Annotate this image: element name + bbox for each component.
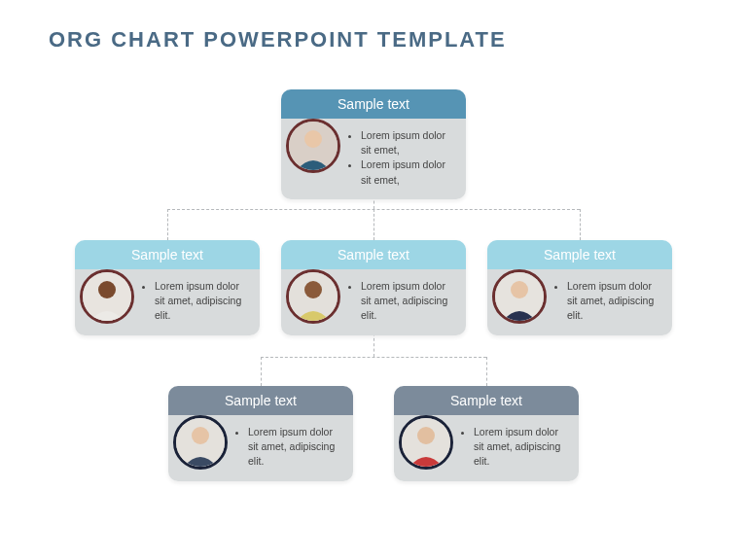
avatar [286, 119, 340, 173]
card-bullet: Lorem ipsum dolor sit emet, [361, 128, 456, 158]
svg-point-9 [192, 427, 209, 444]
card-header: Sample text [281, 89, 466, 119]
card-text: Lorem ipsum dolor sit amet, adipiscing e… [361, 279, 456, 324]
card-text: Lorem ipsum dolor sit amet, adipiscing e… [248, 425, 343, 470]
card-bullet: Lorem ipsum dolor sit emet, [361, 158, 456, 187]
connector [374, 209, 374, 240]
avatar [173, 415, 228, 470]
card-header: Sample text [281, 240, 466, 269]
card-text: Lorem ipsum dolor sit amet, adipiscing e… [474, 425, 569, 470]
card-body: Lorem ipsum dolor sit emet, Lorem ipsum … [281, 119, 466, 199]
card-text: Lorem ipsum dolor sit amet, adipiscing e… [155, 279, 250, 324]
card-header: Sample text [487, 240, 672, 269]
svg-point-1 [304, 130, 322, 148]
connector [261, 357, 262, 386]
avatar [492, 269, 547, 324]
card-header: Sample text [394, 386, 579, 415]
svg-point-3 [98, 281, 116, 298]
card-body: Lorem ipsum dolor sit amet, adipiscing e… [487, 269, 672, 335]
org-card-row3-1: Sample text Lorem ipsum dolor sit amet, … [168, 386, 353, 481]
card-header: Sample text [168, 386, 353, 415]
svg-point-11 [417, 427, 435, 444]
connector [167, 209, 168, 240]
card-body: Lorem ipsum dolor sit amet, adipiscing e… [168, 415, 353, 481]
org-card-top: Sample text Lorem ipsum dolor sit emet, … [281, 89, 466, 199]
org-card-row3-2: Sample text Lorem ipsum dolor sit amet, … [394, 386, 579, 481]
svg-point-5 [304, 281, 322, 298]
connector [261, 357, 486, 358]
avatar [399, 415, 453, 470]
connector [580, 209, 581, 240]
org-card-row2-3: Sample text Lorem ipsum dolor sit amet, … [487, 240, 672, 335]
card-text: Lorem ipsum dolor sit amet, adipiscing e… [567, 279, 662, 324]
card-header: Sample text [75, 240, 260, 269]
svg-point-7 [511, 281, 528, 298]
card-body: Lorem ipsum dolor sit amet, adipiscing e… [281, 269, 466, 335]
org-card-row2-1: Sample text Lorem ipsum dolor sit amet, … [75, 240, 260, 335]
org-card-row2-2: Sample text Lorem ipsum dolor sit amet, … [281, 240, 466, 335]
card-body: Lorem ipsum dolor sit amet, adipiscing e… [394, 415, 579, 481]
connector [486, 357, 487, 386]
card-body: Lorem ipsum dolor sit amet, adipiscing e… [75, 269, 260, 335]
avatar [286, 269, 340, 324]
avatar [80, 269, 134, 324]
page-title: ORG CHART POWERPOINT TEMPLATE [49, 27, 507, 52]
